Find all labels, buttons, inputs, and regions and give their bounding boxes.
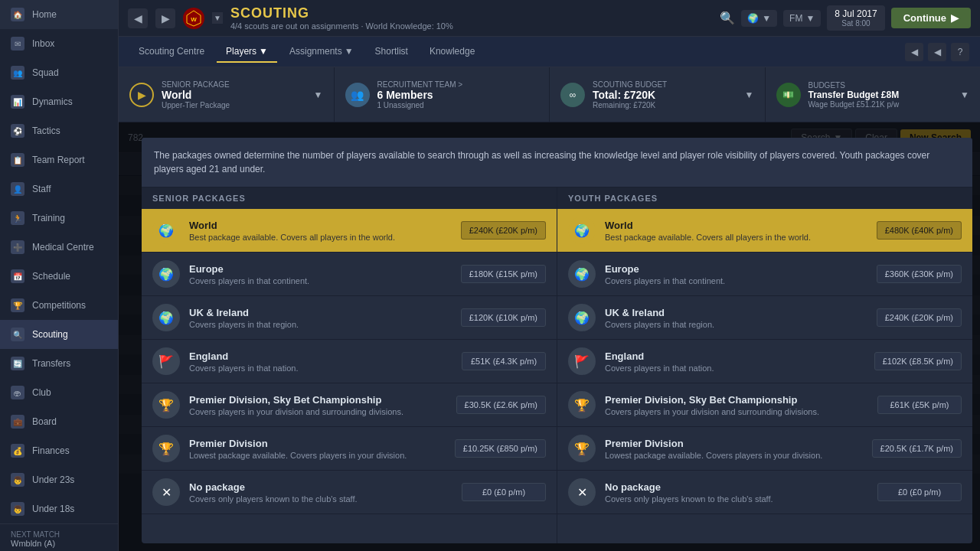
sidebar-item-tactics[interactable]: ⚽ Tactics — [0, 116, 118, 145]
tab-knowledge[interactable]: Knowledge — [420, 41, 484, 63]
package-banner: ▶ SENIOR PACKAGE World Upper-Tier Packag… — [119, 67, 980, 122]
modal-description: The packages owned determine the number … — [142, 138, 972, 187]
tab-shortlist[interactable]: Shortlist — [366, 41, 417, 63]
senior-package-icon[interactable]: ▶ — [129, 83, 154, 107]
youth-package-item-y-premier[interactable]: 🏆 Premier Division Lowest package availa… — [557, 427, 972, 471]
sidebar-item-inbox[interactable]: ✉ Inbox — [0, 29, 118, 58]
senior-package-item-s-premier-champ[interactable]: 🏆 Premier Division, Sky Bet Championship… — [142, 383, 557, 427]
pkg-price-button[interactable]: £102K (£8.5K p/m) — [874, 352, 962, 370]
sidebar-item-medical[interactable]: ➕ Medical Centre — [0, 233, 118, 262]
pkg-price-button[interactable]: £360K (£30K p/m) — [877, 265, 962, 283]
youth-package-item-y-world[interactable]: 🌍 World Best package available. Covers a… — [557, 209, 972, 253]
scouting-total: Total: £720K — [593, 89, 737, 101]
pkg-price-button[interactable]: £240K (£20K p/m) — [461, 221, 546, 240]
pkg-name: England — [189, 350, 452, 362]
senior-package-item-s-uk[interactable]: 🌍 UK & Ireland Covers players in that re… — [142, 296, 557, 340]
pkg-price-button[interactable]: £10.25K (£850 p/m) — [455, 439, 546, 458]
recruitment-label: RECRUITMENT TEAM > — [377, 80, 539, 89]
senior-package-item-s-europe[interactable]: 🌍 Europe Covers players in that continen… — [142, 253, 557, 296]
scouting-budget-content: SCOUTING BUDGET Total: £720K Remaining: … — [593, 80, 737, 109]
pkg-price-button[interactable]: £180K (£15K p/m) — [461, 265, 546, 283]
budget-dropdown-icon[interactable]: ▼ — [745, 90, 754, 100]
tab-scouting-centre[interactable]: Scouting Centre — [129, 41, 214, 63]
forward-button[interactable]: ▶ — [155, 8, 175, 28]
pkg-icon: 🏆 — [152, 391, 180, 419]
budgets-content: BUDGETS Transfer Budget £8M Wage Budget … — [808, 81, 953, 109]
budgets-label: BUDGETS — [808, 81, 953, 90]
senior-package-item-s-england[interactable]: 🚩 England Covers players in that nation.… — [142, 340, 557, 383]
youth-package-item-y-uk[interactable]: 🌍 UK & Ireland Covers players in that re… — [557, 296, 972, 340]
pkg-price-button[interactable]: £120K (£10K p/m) — [461, 308, 546, 327]
scouting-remaining: Remaining: £720K — [593, 101, 737, 109]
fm-menu-button[interactable]: FM ▼ — [783, 10, 821, 27]
pkg-info: Premier Division, Sky Bet Championship C… — [189, 394, 447, 416]
pkg-price-button[interactable]: £30.5K (£2.6K p/m) — [456, 396, 546, 414]
senior-package-item-s-premier[interactable]: 🏆 Premier Division Lowest package availa… — [142, 427, 557, 471]
pkg-price-button[interactable]: £480K (£40K p/m) — [877, 221, 962, 240]
pkg-price-button[interactable]: £51K (£4.3K p/m) — [462, 352, 546, 370]
senior-dropdown-icon[interactable]: ▼ — [314, 90, 323, 100]
next-match-value: Wmbldn (A) — [11, 539, 107, 548]
youth-package-item-y-england[interactable]: 🚩 England Covers players in that nation.… — [557, 340, 972, 383]
scouting-budget-icon: ∞ — [560, 83, 585, 107]
youth-package-item-y-none[interactable]: ✕ No package Covers only players known t… — [557, 471, 972, 514]
pkg-icon: 🏆 — [152, 435, 180, 462]
sidebar-item-u23s[interactable]: 👦 Under 23s — [0, 465, 118, 494]
topbar-right: 🔍 🌍 ▼ FM ▼ 8 Jul 2017 Sat 8:00 Continue … — [720, 5, 971, 31]
sidebar-item-board[interactable]: 💼 Board — [0, 407, 118, 436]
sidebar-item-schedule[interactable]: 📅 Schedule — [0, 262, 118, 291]
youth-packages-column: YOUTH PACKAGES 🌍 World Best package avai… — [557, 187, 972, 543]
search-button[interactable]: 🔍 — [720, 11, 735, 25]
pkg-icon: 🚩 — [568, 347, 596, 375]
pkg-desc: Covers players in that nation. — [605, 364, 865, 373]
sidebar-item-scouting[interactable]: 🔍 Scouting — [0, 320, 118, 349]
fm-label: FM — [789, 13, 802, 24]
budgets-dropdown-icon[interactable]: ▼ — [960, 90, 969, 100]
nav-prev2-button[interactable]: ◀ — [928, 43, 946, 61]
sidebar-item-home[interactable]: 🏠 Home — [0, 0, 118, 29]
tab-assignments[interactable]: Assignments ▼ — [280, 41, 363, 63]
tab-players[interactable]: Players ▼ — [217, 41, 277, 63]
help-button[interactable]: ? — [951, 43, 969, 61]
sidebar-item-staff[interactable]: 👤 Staff — [0, 174, 118, 204]
sidebar-item-competitions[interactable]: 🏆 Competitions — [0, 291, 118, 320]
senior-package-item-s-world[interactable]: 🌍 World Best package available. Covers a… — [142, 209, 557, 253]
senior-package-item-s-none[interactable]: ✕ No package Covers only players known t… — [142, 471, 557, 514]
sidebar-item-club[interactable]: 🏟 Club — [0, 378, 118, 407]
sidebar-item-team-report[interactable]: 📋 Team Report — [0, 145, 118, 174]
youth-packages-list: 🌍 World Best package available. Covers a… — [557, 209, 972, 514]
senior-package-label: SENIOR PACKAGE — [162, 80, 306, 89]
youth-package-item-y-europe[interactable]: 🌍 Europe Covers players in that continen… — [557, 253, 972, 296]
pkg-price-button[interactable]: £20.5K (£1.7K p/m) — [872, 439, 962, 458]
pkg-info: Europe Covers players in that continent. — [189, 263, 452, 285]
pkg-name: World — [189, 220, 452, 231]
sidebar-item-dynamics[interactable]: 📊 Dynamics — [0, 87, 118, 116]
board-icon: 💼 — [11, 415, 24, 429]
club-dropdown-button[interactable]: ▼ — [212, 12, 223, 24]
sidebar: 🏠 Home ✉ Inbox 👥 Squad 📊 Dynamics ⚽ Tact… — [0, 0, 119, 551]
next-match-block: NEXT MATCH Wmbldn (A) — [0, 523, 118, 551]
sidebar-item-training[interactable]: 🏃 Training — [0, 204, 118, 233]
pkg-price-button[interactable]: £0 (£0 p/m) — [877, 483, 962, 501]
pkg-price-button[interactable]: £0 (£0 p/m) — [462, 483, 546, 501]
pkg-name: Premier Division — [605, 438, 863, 449]
sidebar-item-finances[interactable]: 💰 Finances — [0, 436, 118, 465]
training-icon: 🏃 — [11, 211, 24, 225]
medical-icon: ➕ — [11, 240, 24, 254]
pkg-name: Europe — [189, 263, 452, 275]
youth-package-item-y-premier-champ[interactable]: 🏆 Premier Division, Sky Bet Championship… — [557, 383, 972, 427]
sidebar-item-u18s[interactable]: 👦 Under 18s — [0, 494, 118, 523]
back-button[interactable]: ◀ — [128, 8, 148, 28]
pkg-price-button[interactable]: £240K (£20K p/m) — [877, 308, 962, 327]
subnav-right: ◀ ◀ ? — [905, 43, 969, 61]
pkg-name: Premier Division, Sky Bet Championship — [189, 394, 447, 406]
topbar: ◀ ▶ W ▼ SCOUTING 4/4 scouts are out on a… — [119, 0, 980, 37]
pkg-price-button[interactable]: £61K (£5K p/m) — [877, 396, 962, 414]
nav-prev-button[interactable]: ◀ — [905, 43, 923, 61]
continue-button[interactable]: Continue ▶ — [891, 8, 971, 28]
pkg-name: Europe — [605, 263, 867, 275]
pkg-desc: Covers players in that continent. — [605, 276, 867, 285]
sidebar-item-transfers[interactable]: 🔄 Transfers — [0, 349, 118, 378]
globe-button[interactable]: 🌍 ▼ — [741, 10, 777, 27]
sidebar-item-squad[interactable]: 👥 Squad — [0, 58, 118, 87]
